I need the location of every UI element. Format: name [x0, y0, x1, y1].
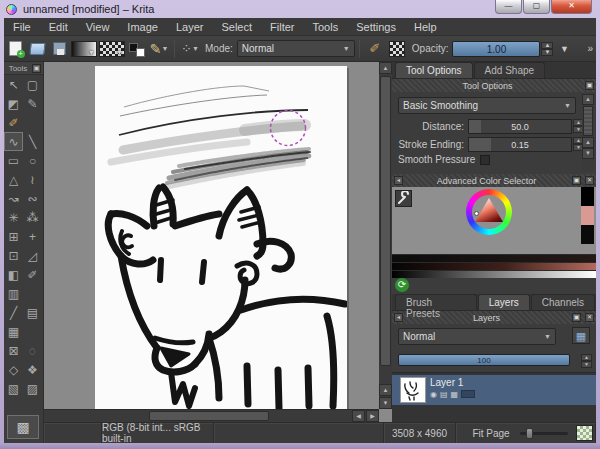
fill-tool[interactable]: ◧ — [4, 265, 23, 284]
color-selector-settings-button[interactable] — [395, 190, 412, 207]
tab-add-shape[interactable]: Add Shape — [474, 62, 546, 78]
menu-file[interactable]: File — [4, 21, 40, 33]
layer-blend-mode-select[interactable]: Normal ▼ — [398, 328, 556, 345]
close-button[interactable]: ✕ — [551, 0, 592, 14]
dynamic-brush-tool[interactable]: ✳ — [4, 208, 23, 227]
crop-tool[interactable]: ⊡ — [4, 246, 23, 265]
scroll-right-icon[interactable]: ▶ — [366, 410, 379, 422]
polygon-tool[interactable]: △ — [4, 170, 23, 189]
tab-layers[interactable]: Layers — [478, 294, 530, 310]
zoom-slider[interactable] — [520, 432, 568, 435]
vertical-scroll-thumb[interactable] — [380, 76, 391, 366]
similar-select-tool[interactable]: ▧ — [4, 379, 23, 398]
toolbox-header[interactable]: Tools ▣ — [4, 62, 43, 75]
value-gradient-bar[interactable] — [392, 254, 596, 262]
transform-tool[interactable]: ⊞ — [4, 227, 23, 246]
opacity-slider[interactable]: 1.00 — [452, 41, 540, 57]
brush-editor-icon[interactable]: ✎▼ — [149, 39, 169, 59]
close-icon[interactable]: ✕ — [585, 313, 594, 322]
layer-alpha-icon[interactable]: ▦ — [451, 390, 459, 399]
saturation-gradient-bar[interactable] — [392, 262, 596, 270]
advanced-color-selector[interactable] — [392, 187, 596, 254]
freehand-brush-tool[interactable]: ∿ — [4, 132, 23, 151]
tab-channels[interactable]: Channels — [531, 294, 595, 310]
pattern-edit-tool[interactable]: ◩ — [4, 94, 23, 113]
layer-opacity-spinner[interactable]: ▲▼ — [581, 354, 592, 368]
shape-edit-tool[interactable]: ▢ — [23, 75, 42, 94]
stroke-ending-input[interactable]: 0.15 — [468, 137, 572, 152]
collapse-docker-icon[interactable]: ◂ — [394, 313, 403, 322]
tool-options-scrollbar[interactable]: ▲ ▲ ▼ — [582, 94, 594, 172]
scroll-up-icon[interactable]: ▲ — [582, 94, 594, 105]
smoothing-mode-select[interactable]: Basic Smoothing ▼ — [398, 97, 576, 114]
opacity-spinner[interactable]: ▲▼ — [541, 42, 553, 56]
opacity-dropdown-icon[interactable]: ▼ — [554, 39, 574, 59]
color-wheel[interactable] — [466, 189, 512, 235]
menu-filter[interactable]: Filter — [261, 21, 303, 33]
menu-view[interactable]: View — [77, 21, 119, 33]
ellipse-tool[interactable]: ○ — [23, 151, 42, 170]
menu-settings[interactable]: Settings — [347, 21, 405, 33]
refresh-icon[interactable]: ⟳ — [395, 278, 409, 292]
assistants-tool[interactable]: ▤ — [23, 303, 42, 322]
menu-select[interactable]: Select — [212, 21, 261, 33]
menu-layer[interactable]: Layer — [167, 21, 213, 33]
menu-image[interactable]: Image — [118, 21, 167, 33]
horizontal-scroll-thumb[interactable] — [149, 411, 269, 421]
float-docker-icon[interactable]: ▣ — [32, 64, 41, 73]
toolbar-overflow-button[interactable]: » — [587, 43, 593, 54]
gradient-chooser-icon[interactable]: ▼ — [71, 39, 97, 59]
open-document-icon[interactable] — [27, 39, 47, 59]
polygonal-select-tool[interactable]: ◇ — [4, 360, 23, 379]
gradient-tool[interactable]: ▥ — [4, 284, 23, 303]
lightness-gradient-bar[interactable] — [392, 270, 596, 278]
scroll-up2-icon[interactable]: ▲ — [379, 384, 392, 396]
contiguous-select-tool[interactable]: ❖ — [23, 360, 42, 379]
save-icon[interactable] — [49, 39, 69, 59]
brush-preset-icon[interactable]: ✐ — [365, 39, 385, 59]
collapse-docker-icon[interactable]: ◂ — [394, 176, 403, 185]
outline-select-tool[interactable]: ◌ — [23, 341, 42, 360]
menu-edit[interactable]: Edit — [40, 21, 77, 33]
fg-bg-swap-icon[interactable] — [127, 39, 147, 59]
scroll-thumb[interactable] — [583, 106, 593, 136]
swatch-salmon[interactable] — [581, 206, 594, 225]
zoom-slider-thumb[interactable] — [526, 428, 533, 439]
menu-help[interactable]: Help — [405, 21, 446, 33]
smooth-pressure-checkbox[interactable] — [480, 155, 490, 165]
bezier-curve-tool[interactable]: ↝ — [4, 189, 23, 208]
scroll-down-icon[interactable]: ▼ — [582, 148, 594, 159]
titlebar[interactable]: unnamed [modified] – Krita — ▢ ✕ — [0, 0, 600, 18]
pointer-tool[interactable]: ↖ — [4, 75, 23, 94]
layers-docker-header[interactable]: ◂ Layers ▣ ✕ — [392, 311, 596, 324]
gradient-edit-tool[interactable]: ✐ — [4, 113, 23, 132]
color-selector-docker-header[interactable]: ◂ Advanced Color Selector ▣ ✕ — [392, 174, 596, 187]
close-icon[interactable]: ✕ — [585, 176, 594, 185]
layer-filter-button[interactable]: ▦ — [572, 327, 590, 344]
path-select-tool[interactable]: ▨ — [23, 379, 42, 398]
freehand-path-tool[interactable]: ∾ — [23, 189, 42, 208]
current-tool-tile[interactable]: ▩ — [7, 415, 39, 439]
canvas-vertical-scrollbar[interactable]: ▲ ▲ ▼ — [379, 62, 392, 409]
scroll-left-icon[interactable]: ◀ — [352, 410, 365, 422]
new-document-icon[interactable]: + — [5, 39, 25, 59]
float-docker-icon[interactable]: ▣ — [572, 313, 581, 322]
blending-mode-select[interactable]: Normal ▼ — [237, 40, 355, 57]
measure-tool[interactable]: ╱ — [4, 303, 23, 322]
canvas-horizontal-scrollbar[interactable]: ◀ ▶ — [44, 409, 379, 422]
swatch-black2[interactable] — [581, 225, 594, 244]
polyline-tool[interactable]: ≀ — [23, 170, 42, 189]
tab-brush-presets[interactable]: Brush Presets — [395, 294, 477, 310]
document-page[interactable] — [95, 66, 347, 409]
eraser-preset-icon[interactable] — [387, 39, 407, 59]
float-docker-icon[interactable]: ▣ — [585, 81, 594, 90]
calligraphy-tool[interactable]: ✎ — [23, 94, 42, 113]
color-picker-tool[interactable]: ✐ — [23, 265, 42, 284]
pattern-chooser-icon[interactable]: ▼ — [99, 39, 125, 59]
menu-tools[interactable]: Tools — [304, 21, 348, 33]
tool-options-docker-header[interactable]: Tool Options ▣ — [392, 79, 596, 92]
tab-tool-options[interactable]: Tool Options — [395, 62, 473, 78]
move-tool[interactable]: + — [23, 227, 42, 246]
zoom-fit-icon[interactable] — [576, 425, 593, 441]
scroll-up2-icon[interactable]: ▲ — [582, 137, 594, 148]
